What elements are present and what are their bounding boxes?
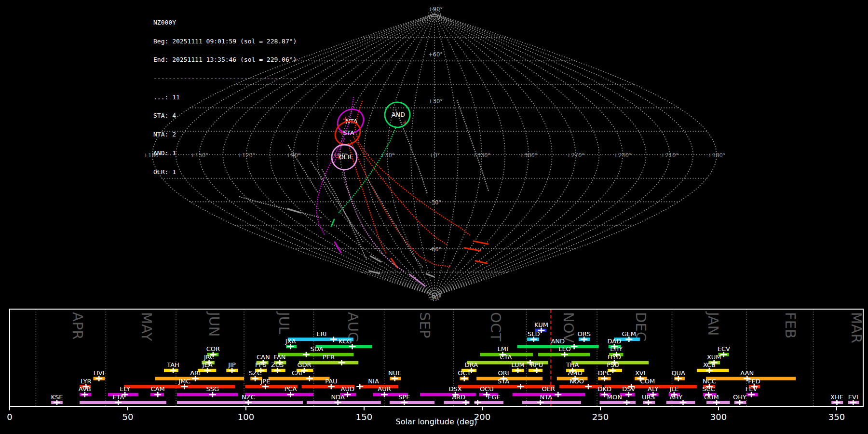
info-block: NZ000Y Beg: 20251111 09:01:59 (sol = 228… xyxy=(153,7,297,181)
shower-peak-NZC xyxy=(245,400,252,405)
shower-bar-KCG xyxy=(316,345,372,348)
shower-label-GUM: GUM xyxy=(704,393,719,401)
shower-label-CAN: CAN xyxy=(257,353,270,361)
shower-peak-XHE xyxy=(834,400,841,405)
shower-peak-AUR xyxy=(381,392,388,397)
shower-label-RPU: RPU xyxy=(530,361,543,368)
shower-label-NOO: NOO xyxy=(570,378,584,385)
shower-label-COM: COM xyxy=(640,378,655,385)
shower-label-AND: AND xyxy=(551,338,565,345)
shower-label-PCA: PCA xyxy=(285,385,297,393)
shower-label-SSG: SSG xyxy=(206,385,219,393)
count-sta: STA: 4 xyxy=(153,113,297,119)
shower-label-NDA: NDA xyxy=(331,393,345,401)
shower-label-LMI: LMI xyxy=(497,345,508,353)
x-tick-label: 350 xyxy=(828,412,845,422)
shower-label-GDR: GDR xyxy=(297,361,311,368)
shower-peak-OCT xyxy=(461,376,468,381)
shower-label-OCT: OCT xyxy=(458,369,471,377)
radiant-label-AND: AND xyxy=(392,111,405,118)
shower-label-AMO: AMO xyxy=(568,369,582,377)
meteor-radiants-screen: { "info": { "station": "NZ000Y", "beg": … xyxy=(0,0,868,434)
shower-label-AUR: AUR xyxy=(378,385,391,393)
shower-peak-GUM xyxy=(713,400,720,405)
shower-peak-AUD xyxy=(344,392,351,397)
shower-label-DKD: DKD xyxy=(598,385,612,393)
meteor-trail-solid xyxy=(426,274,434,277)
shower-peak-KCG xyxy=(349,344,356,349)
month-label-MAR: MAR xyxy=(848,312,865,343)
shower-label-QUA: QUA xyxy=(671,369,685,377)
shower-label-AAN: AAN xyxy=(740,369,754,377)
shower-peak-SPE xyxy=(401,400,407,405)
shower-peak-ZCS xyxy=(274,368,281,373)
count-oer: OER: 1 xyxy=(153,169,297,176)
shower-label-ALY: ALY xyxy=(648,385,658,393)
shower-peak-PCA xyxy=(287,392,294,397)
month-label-FEB: FEB xyxy=(782,312,799,339)
session-end: End: 20251111 13:35:46 (sol = 229.06°) xyxy=(153,57,297,63)
x-tick-label: 100 xyxy=(238,412,254,422)
shower-label-OCU: OCU xyxy=(480,385,494,393)
shower-peak-SLD xyxy=(530,337,537,342)
month-label-OCT: OCT xyxy=(488,312,504,341)
shower-label-KCG: KCG xyxy=(339,338,352,345)
shower-label-XCB: XCB xyxy=(703,361,716,368)
shower-peak-CAP xyxy=(306,376,313,381)
shower-peak-FEV xyxy=(748,392,755,397)
shower-peak-JIP xyxy=(229,368,235,373)
station-id: NZ000Y xyxy=(153,20,297,26)
shower-label-XHE: XHE xyxy=(830,393,843,401)
lon-label: +270° xyxy=(567,152,584,159)
shower-label-AVB: AVB xyxy=(79,385,91,393)
shower-peak-EGE xyxy=(475,400,481,405)
radiant-label-OER: OER xyxy=(339,153,352,161)
shower-label-CAP: CAP xyxy=(292,369,304,377)
shower-peak-KSE xyxy=(54,400,60,405)
shower-label-CAM: CAM xyxy=(151,385,165,393)
meteor-trail-dotted xyxy=(339,128,395,213)
x-tick-label: 300 xyxy=(710,412,727,422)
shower-peak-NOO xyxy=(585,384,592,389)
shower-bar-NOO xyxy=(559,385,602,388)
month-label-JUN: JUN xyxy=(206,311,222,337)
meteor-trail-dotted xyxy=(396,110,427,194)
meteor-trail-dotted xyxy=(348,144,387,255)
shower-peak-PER xyxy=(339,360,345,366)
shower-peak-XCB xyxy=(706,368,713,373)
shower-peak-JEA xyxy=(204,368,211,373)
x-tick-label: 0 xyxy=(7,412,12,422)
x-tick-label: 50 xyxy=(122,412,134,422)
shower-peak-LEO xyxy=(561,352,568,357)
count-sporadic: ...: 11 xyxy=(153,95,297,101)
lon-label: +180° xyxy=(707,152,725,159)
shower-peak-OHY xyxy=(736,400,743,405)
shower-label-AUD: AUD xyxy=(340,385,354,393)
shower-peak-STA xyxy=(517,384,524,389)
x-tick-label: 250 xyxy=(592,412,609,422)
meteor-trail-dotted xyxy=(240,197,322,218)
lat-label: -90° xyxy=(430,294,442,301)
timeline-frame xyxy=(10,309,863,407)
shower-bar-ORI xyxy=(476,377,542,380)
shower-bar-CAP xyxy=(269,377,330,380)
shower-peak-ETA xyxy=(115,400,122,405)
shower-label-JIP: JIP xyxy=(228,361,236,368)
shower-bar-ARI xyxy=(155,377,244,380)
shower-label-AHY: AHY xyxy=(669,393,682,401)
month-label-JUL: JUL xyxy=(276,311,292,334)
shower-label-COR: COR xyxy=(206,345,220,353)
shower-label-NTA: NTA xyxy=(540,393,553,401)
shower-label-LYR: LYR xyxy=(81,378,92,385)
shower-peak-JPE xyxy=(262,384,269,389)
shower-label-DAD: DAD xyxy=(608,338,622,345)
shower-label-THA: THA xyxy=(566,361,579,368)
meteor-trail-solid xyxy=(464,248,480,251)
x-tick-label: 150 xyxy=(356,412,372,422)
shower-peak-PAU xyxy=(328,384,335,389)
shower-peak-GEM xyxy=(625,337,632,342)
meteor-trail-solid xyxy=(335,242,341,253)
shower-label-ZCS: ZCS xyxy=(271,361,284,368)
shower-label-CTA: CTA xyxy=(500,353,512,361)
shower-label-HVI: HVI xyxy=(94,369,105,377)
